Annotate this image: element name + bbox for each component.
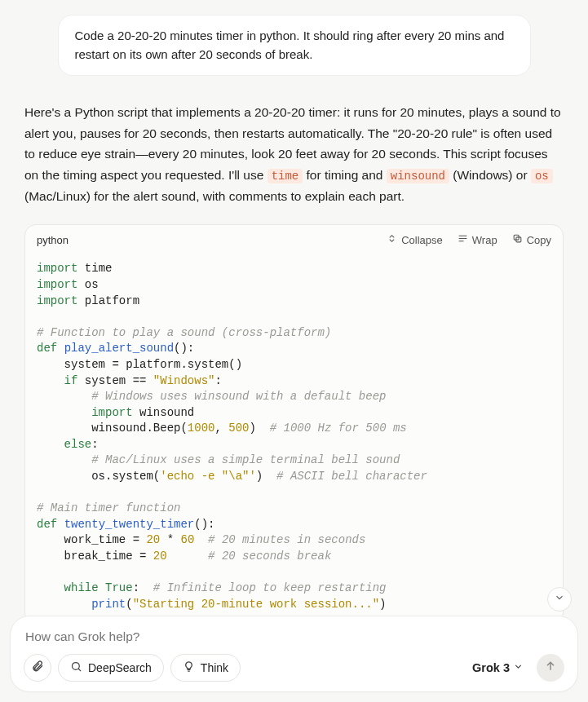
deepsearch-label: DeepSearch xyxy=(88,661,152,674)
copy-button[interactable]: Copy xyxy=(512,233,551,246)
code-header: python Collapse Wrap Copy xyxy=(25,225,563,254)
wrap-label: Wrap xyxy=(472,234,497,246)
collapse-label: Collapse xyxy=(401,234,443,246)
copy-icon xyxy=(512,233,523,246)
chevron-down-icon xyxy=(554,592,565,607)
composer-toolbar: DeepSearch Think Grok 3 xyxy=(24,654,564,682)
intro-part2: for timing and xyxy=(303,168,387,182)
inline-code-time: time xyxy=(267,169,303,183)
user-message: Code a 20-20-20 minutes timer in python.… xyxy=(58,15,531,76)
inline-code-winsound: winsound xyxy=(387,169,449,183)
intro-paragraph: Here's a Python script that implements a… xyxy=(24,102,564,206)
user-message-text: Code a 20-20-20 minutes timer in python.… xyxy=(75,29,505,61)
svg-line-6 xyxy=(78,669,81,671)
think-button[interactable]: Think xyxy=(170,654,241,682)
intro-part4: (Mac/Linux) for the alert sound, with co… xyxy=(24,189,405,203)
think-label: Think xyxy=(201,661,228,674)
send-button[interactable] xyxy=(537,654,564,682)
arrow-up-icon xyxy=(544,660,557,676)
attach-button[interactable] xyxy=(24,654,51,682)
code-content[interactable]: import time import os import platform # … xyxy=(25,254,563,624)
wrap-button[interactable]: Wrap xyxy=(458,233,497,246)
composer: DeepSearch Think Grok 3 xyxy=(10,616,578,692)
inline-code-os: os xyxy=(531,169,553,183)
paperclip-icon xyxy=(31,660,44,676)
deepsearch-button[interactable]: DeepSearch xyxy=(58,654,164,682)
model-label: Grok 3 xyxy=(472,661,510,674)
code-block: python Collapse Wrap Copy import time im… xyxy=(24,224,564,625)
scroll-down-button[interactable] xyxy=(547,587,572,611)
assistant-response: Here's a Python script that implements a… xyxy=(0,76,588,206)
chevron-down-icon xyxy=(513,661,524,674)
collapse-icon xyxy=(387,233,397,246)
composer-input[interactable] xyxy=(24,628,564,654)
intro-part3: (Windows) or xyxy=(449,168,531,182)
copy-label: Copy xyxy=(527,234,551,246)
svg-point-5 xyxy=(73,663,80,670)
bulb-icon xyxy=(183,660,195,675)
deepsearch-icon xyxy=(70,660,82,675)
collapse-button[interactable]: Collapse xyxy=(387,233,443,246)
code-language-label: python xyxy=(37,234,69,246)
wrap-icon xyxy=(458,233,468,246)
model-selector[interactable]: Grok 3 xyxy=(472,661,524,674)
